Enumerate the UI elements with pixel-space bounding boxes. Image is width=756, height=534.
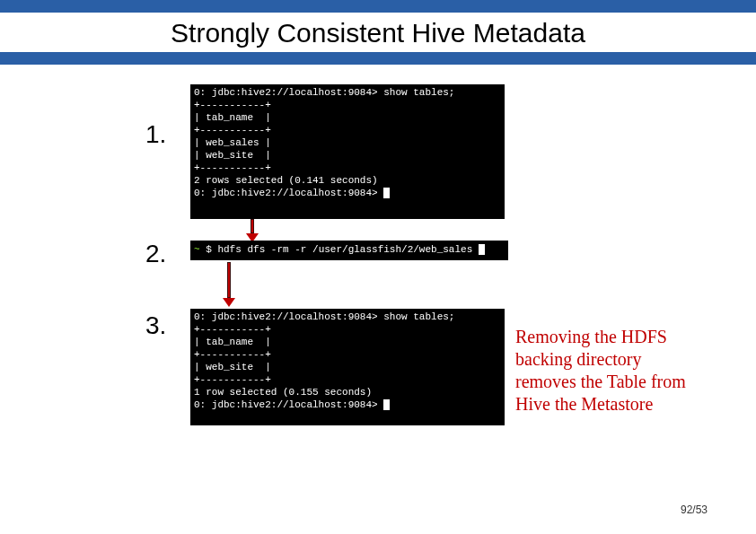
t3-header: | tab_name |: [194, 337, 271, 347]
caption-text: Removing the HDFS backing directory remo…: [515, 326, 704, 416]
t3-row1: | web_site |: [194, 362, 271, 372]
t1-header: | tab_name |: [194, 112, 271, 123]
cursor-icon: [383, 188, 390, 198]
arrow-down-icon: [246, 219, 259, 242]
t2-dollar: $: [206, 244, 217, 255]
step-number-2: 2.: [145, 240, 166, 268]
cursor-icon: [383, 399, 390, 410]
arrow-down-icon: [223, 262, 235, 307]
step-number-1: 1.: [145, 120, 166, 149]
slide-body: 1. 2. 3. 0: jdbc:hive2://localhost:9084>…: [0, 65, 756, 534]
t1-row2: | web_site |: [194, 150, 271, 161]
t3-footer: 1 row selected (0.155 seconds): [194, 387, 372, 398]
t3-rule-mid: +-----------+: [194, 349, 271, 360]
t1-rule-bot: +-----------+: [194, 162, 271, 173]
t2-user: ~: [194, 244, 200, 255]
terminal-output-1: 0: jdbc:hive2://localhost:9084> show tab…: [190, 84, 505, 219]
t3-rule-top: +-----------+: [194, 324, 271, 335]
t3-rule-bot: +-----------+: [194, 374, 271, 385]
t1-row1: | web_sales |: [194, 137, 271, 148]
t1-rule-mid: +-----------+: [194, 125, 271, 136]
t1-prompt: 0: jdbc:hive2://localhost:9084>: [194, 188, 378, 198]
step-number-3: 3.: [145, 311, 166, 340]
terminal-command-2: ~ $ hdfs dfs -rm -r /user/glassfish/2/we…: [190, 241, 508, 260]
slide-title: Strongly Consistent Hive Metadata: [0, 13, 756, 52]
page-number: 92/53: [681, 503, 708, 516]
t2-cmd: hdfs dfs -rm -r /user/glassfish/2/web_sa…: [217, 244, 472, 255]
t1-rule-top: +-----------+: [194, 100, 271, 110]
terminal-output-3: 0: jdbc:hive2://localhost:9084> show tab…: [190, 309, 505, 425]
cursor-icon: [479, 244, 485, 255]
title-bar: Strongly Consistent Hive Metadata: [0, 0, 756, 65]
t1-line1: 0: jdbc:hive2://localhost:9084> show tab…: [194, 87, 454, 98]
t1-footer: 2 rows selected (0.141 seconds): [194, 175, 378, 186]
t3-prompt: 0: jdbc:hive2://localhost:9084>: [194, 399, 378, 410]
t3-line1: 0: jdbc:hive2://localhost:9084> show tab…: [194, 311, 454, 322]
